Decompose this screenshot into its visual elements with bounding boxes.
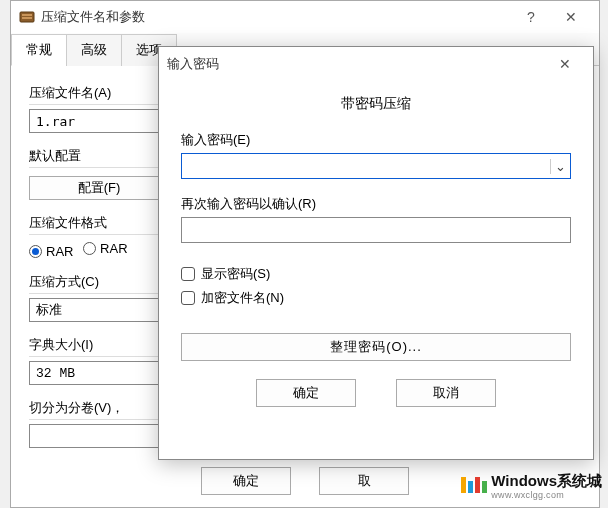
help-button[interactable]: ? bbox=[511, 3, 551, 31]
app-icon bbox=[19, 9, 35, 25]
main-ok-button[interactable]: 确定 bbox=[201, 467, 291, 495]
watermark-url: www.wxclgg.com bbox=[491, 491, 602, 500]
main-titlebar: 压缩文件名和参数 ? ✕ bbox=[11, 1, 599, 33]
show-password-checkbox[interactable]: 显示密码(S) bbox=[181, 265, 571, 283]
filename-input[interactable]: 1.rar bbox=[29, 109, 169, 133]
overlay-body: 带密码压缩 输入密码(E) ⌄ 再次输入密码以确认(R) 显示密码(S) 加密文… bbox=[159, 81, 593, 423]
checkbox-icon bbox=[181, 267, 195, 281]
split-input[interactable] bbox=[29, 424, 169, 448]
radio-rar5[interactable]: RAR bbox=[83, 241, 127, 256]
overlay-title: 输入密码 bbox=[167, 55, 545, 73]
confirm-password-input[interactable] bbox=[181, 217, 571, 243]
password-label: 输入密码(E) bbox=[181, 131, 571, 149]
tab-general[interactable]: 常规 bbox=[11, 34, 67, 66]
overlay-cancel-button[interactable]: 取消 bbox=[396, 379, 496, 407]
watermark: Windows系统城 www.wxclgg.com bbox=[461, 472, 602, 500]
password-input[interactable]: ⌄ bbox=[181, 153, 571, 179]
overlay-titlebar: 输入密码 ✕ bbox=[159, 47, 593, 81]
dict-combo[interactable]: 32 MB bbox=[29, 361, 169, 385]
encrypt-names-checkbox[interactable]: 加密文件名(N) bbox=[181, 289, 571, 307]
checkbox-icon bbox=[181, 291, 195, 305]
watermark-logo-icon bbox=[461, 477, 489, 496]
overlay-section-title: 带密码压缩 bbox=[181, 95, 571, 113]
password-dialog: 输入密码 ✕ 带密码压缩 输入密码(E) ⌄ 再次输入密码以确认(R) 显示密码… bbox=[158, 46, 594, 460]
svg-rect-2 bbox=[22, 17, 32, 19]
chevron-down-icon[interactable]: ⌄ bbox=[550, 159, 570, 174]
tab-advanced[interactable]: 高级 bbox=[66, 34, 122, 66]
method-combo[interactable]: 标准 bbox=[29, 298, 169, 322]
watermark-brand: Windows系统城 bbox=[491, 472, 602, 489]
radio-dot-icon bbox=[83, 242, 96, 255]
confirm-label: 再次输入密码以确认(R) bbox=[181, 195, 571, 213]
profile-button[interactable]: 配置(F) bbox=[29, 176, 169, 200]
main-title: 压缩文件名和参数 bbox=[41, 8, 511, 26]
radio-dot-icon bbox=[29, 245, 42, 258]
overlay-close-button[interactable]: ✕ bbox=[545, 50, 585, 78]
overlay-ok-button[interactable]: 确定 bbox=[256, 379, 356, 407]
svg-rect-1 bbox=[22, 14, 32, 16]
organize-passwords-button[interactable]: 整理密码(O)... bbox=[181, 333, 571, 361]
password-field[interactable] bbox=[182, 154, 550, 178]
radio-rar[interactable]: RAR bbox=[29, 244, 73, 259]
overlay-footer: 确定 取消 bbox=[181, 379, 571, 407]
close-button[interactable]: ✕ bbox=[551, 3, 591, 31]
main-cancel-button[interactable]: 取 bbox=[319, 467, 409, 495]
